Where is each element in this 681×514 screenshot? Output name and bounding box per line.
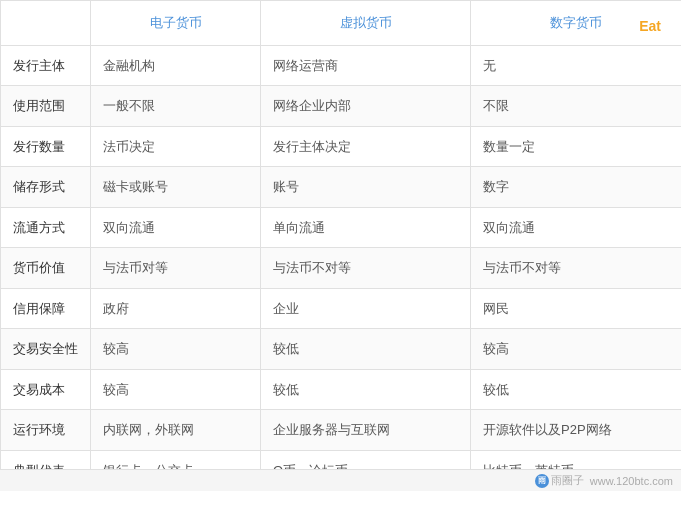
row-cell-2: 发行主体决定 [261,126,471,167]
watermark-top: Eat [639,18,661,34]
logo-rain: 雨 雨圈子 [535,473,584,488]
table-row: 发行主体金融机构网络运营商无 [1,45,682,86]
row-cell-1: 与法币对等 [91,248,261,289]
table-row: 运行环境内联网，外联网企业服务器与互联网开源软件以及P2P网络 [1,410,682,451]
table-row: 储存形式磁卡或账号账号数字 [1,167,682,208]
table-row: 货币价值与法币对等与法币不对等与法币不对等 [1,248,682,289]
header-virt: 虚拟货币 [261,1,471,46]
row-cell-2: 企业服务器与互联网 [261,410,471,451]
row-cell-1: 内联网，外联网 [91,410,261,451]
row-cell-3: 与法币不对等 [471,248,682,289]
row-label: 交易成本 [1,369,91,410]
row-cell-2: 与法币不对等 [261,248,471,289]
row-label: 使用范围 [1,86,91,127]
row-cell-2: 网络企业内部 [261,86,471,127]
row-cell-2: 较低 [261,329,471,370]
logo-icon: 雨 [535,474,549,488]
row-cell-1: 磁卡或账号 [91,167,261,208]
row-cell-3: 数量一定 [471,126,682,167]
row-cell-3: 较高 [471,329,682,370]
header-label [1,1,91,46]
row-cell-2: 企业 [261,288,471,329]
row-label: 流通方式 [1,207,91,248]
row-label: 发行主体 [1,45,91,86]
table-row: 信用保障政府企业网民 [1,288,682,329]
row-cell-1: 一般不限 [91,86,261,127]
row-cell-3: 无 [471,45,682,86]
row-cell-1: 法币决定 [91,126,261,167]
row-cell-1: 政府 [91,288,261,329]
table-row: 流通方式双向流通单向流通双向流通 [1,207,682,248]
row-cell-2: 账号 [261,167,471,208]
row-cell-1: 较高 [91,329,261,370]
row-cell-2: 单向流通 [261,207,471,248]
table-row: 发行数量法币决定发行主体决定数量一定 [1,126,682,167]
row-label: 货币价值 [1,248,91,289]
row-cell-2: 较低 [261,369,471,410]
row-cell-1: 双向流通 [91,207,261,248]
watermark-url: www.120btc.com [590,475,673,487]
table-header-row: 电子货币 虚拟货币 数字货币 [1,1,682,46]
table-row: 使用范围一般不限网络企业内部不限 [1,86,682,127]
row-label: 信用保障 [1,288,91,329]
row-cell-1: 金融机构 [91,45,261,86]
table-row: 交易安全性较高较低较高 [1,329,682,370]
row-cell-3: 较低 [471,369,682,410]
row-cell-3: 不限 [471,86,682,127]
row-cell-1: 较高 [91,369,261,410]
row-label: 发行数量 [1,126,91,167]
row-label: 交易安全性 [1,329,91,370]
row-label: 储存形式 [1,167,91,208]
row-cell-3: 数字 [471,167,682,208]
row-cell-3: 双向流通 [471,207,682,248]
comparison-table: 电子货币 虚拟货币 数字货币 发行主体金融机构网络运营商无使用范围一般不限网络企… [0,0,681,491]
row-cell-3: 网民 [471,288,682,329]
bottom-bar: 雨 雨圈子 www.120btc.com [0,469,681,491]
row-cell-3: 开源软件以及P2P网络 [471,410,682,451]
table-row: 交易成本较高较低较低 [1,369,682,410]
header-elec: 电子货币 [91,1,261,46]
row-cell-2: 网络运营商 [261,45,471,86]
row-label: 运行环境 [1,410,91,451]
logo-label: 雨圈子 [551,473,584,488]
